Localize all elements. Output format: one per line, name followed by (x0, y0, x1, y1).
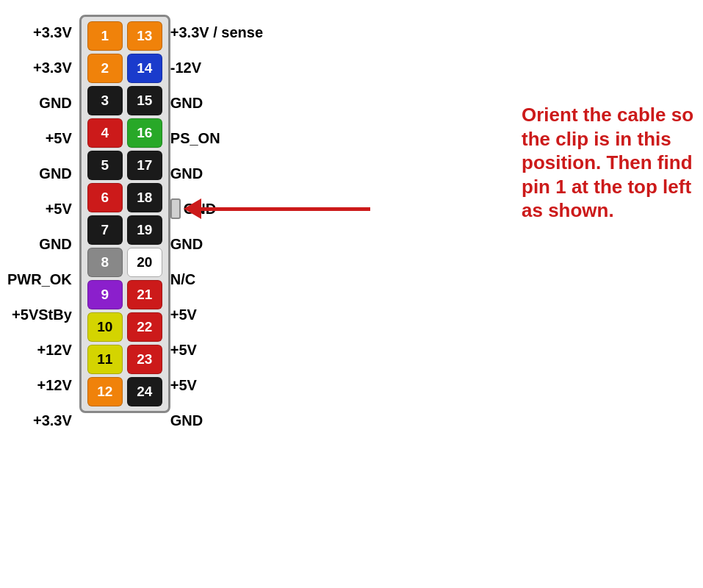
pin-right: 18 (127, 183, 162, 212)
instruction-text: Orient the cable so the clip is in this … (522, 103, 694, 223)
right-label: +5V (170, 368, 263, 403)
pin-left: 2 (87, 54, 123, 83)
right-label: PS_ON (170, 121, 263, 156)
pin-row: 315 (87, 86, 162, 115)
connector-block: 113214315416517618719820921102211231224 (79, 15, 170, 413)
pin-right: 24 (127, 377, 162, 406)
pin-left: 7 (87, 215, 123, 245)
pin-right: 19 (127, 215, 162, 245)
right-label-text: GND (184, 201, 216, 218)
left-label: PWR_OK (7, 262, 72, 297)
right-label: GND (170, 403, 263, 438)
pin-left: 10 (87, 312, 123, 342)
left-labels: +3.3V+3.3VGND+5VGND+5VGNDPWR_OK+5VStBy+1… (7, 15, 79, 438)
pin-right: 22 (127, 312, 162, 342)
pin-right: 17 (127, 151, 162, 180)
left-label: +5V (46, 191, 72, 226)
pin-left: 12 (87, 377, 123, 406)
left-label: +12V (37, 368, 72, 403)
pin-left: 11 (87, 345, 123, 374)
pin-row: 618 (87, 183, 162, 212)
pin-row: 113 (87, 21, 162, 51)
pin-right: 14 (127, 54, 162, 83)
pin-row: 416 (87, 118, 162, 148)
main-container: +3.3V+3.3VGND+5VGND+5VGNDPWR_OK+5VStBy+1… (0, 0, 703, 453)
pin-right: 15 (127, 86, 162, 115)
right-label: +3.3V / sense (170, 15, 263, 50)
pin-left: 1 (87, 21, 123, 51)
pin-left: 6 (87, 183, 123, 212)
pin-row: 921 (87, 280, 162, 309)
left-label: GND (39, 85, 71, 121)
pin-row: 1123 (87, 345, 162, 374)
pin-row: 719 (87, 215, 162, 245)
right-label: GND (170, 191, 263, 226)
pin-right: 23 (127, 345, 162, 374)
pin-right: 21 (127, 280, 162, 309)
right-section: +3.3V / sense-12VGNDPS_ONGNDGNDGNDN/C+5V… (170, 15, 263, 438)
left-label: +5V (46, 121, 72, 156)
right-label: +5V (170, 332, 263, 368)
right-label: GND (170, 156, 263, 191)
left-label: +12V (37, 332, 72, 368)
left-label: GND (39, 226, 71, 262)
right-label: GND (170, 85, 263, 121)
left-label: +5VStBy (12, 297, 72, 332)
left-label: GND (39, 156, 71, 191)
pin-right: 13 (127, 21, 162, 51)
right-label: N/C (170, 262, 263, 297)
pin-row: 820 (87, 248, 162, 277)
left-label: +3.3V (33, 50, 72, 85)
right-label: GND (170, 226, 263, 262)
connector-section: 113214315416517618719820921102211231224 … (79, 15, 263, 438)
right-label: +5V (170, 297, 263, 332)
pin-left: 3 (87, 86, 123, 115)
pin-row: 517 (87, 151, 162, 180)
left-label: +3.3V (33, 403, 72, 438)
right-label: -12V (170, 50, 263, 85)
pin-left: 5 (87, 151, 123, 180)
pin-right: 16 (127, 118, 162, 148)
pin-left: 4 (87, 118, 123, 148)
clip-indicator (170, 198, 181, 219)
pin-left: 9 (87, 280, 123, 309)
left-label: +3.3V (33, 15, 72, 50)
pin-row: 1224 (87, 377, 162, 406)
pin-row: 214 (87, 54, 162, 83)
pin-row: 1022 (87, 312, 162, 342)
pin-right: 20 (127, 248, 162, 277)
pin-left: 8 (87, 248, 123, 277)
